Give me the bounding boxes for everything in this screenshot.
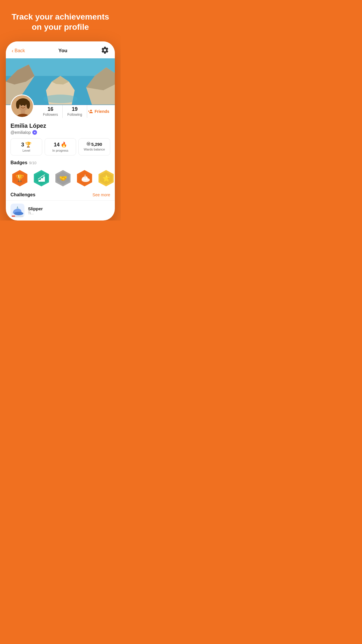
challenge-name: Slipper — [28, 206, 43, 211]
svg-rect-24 — [41, 178, 43, 182]
badge-heart[interactable]: 🤝 — [54, 169, 72, 188]
in-progress-value: 14🔥 — [54, 141, 67, 148]
badges-count: 9/10 — [29, 161, 36, 165]
badge-steps[interactable] — [32, 169, 51, 188]
svg-text:🤝: 🤝 — [59, 174, 67, 182]
svg-rect-39 — [12, 216, 15, 217]
verified-badge: ✦ — [32, 130, 37, 135]
challenge-info: Slipper Ti... — [28, 206, 43, 215]
following-count: 19 — [72, 106, 78, 112]
in-progress-label: In progress — [52, 149, 68, 152]
svg-point-37 — [14, 212, 23, 215]
see-more-button[interactable]: See more — [92, 192, 110, 197]
friends-button[interactable]: Friends — [87, 109, 110, 114]
stats-cards: 3🏆 Level 14🔥 In progress ⓦ5,290 Wards ba… — [6, 138, 115, 160]
challenges-header: Challenges See more — [6, 192, 115, 200]
chevron-left-icon: ‹ — [12, 48, 13, 54]
phone-frame: ‹ Back You — [6, 41, 115, 220]
challenges-section: Challenges See more Slipper Ti... — [6, 192, 115, 220]
badges-header: Badges 9/10 — [6, 160, 115, 169]
level-card: 3🏆 Level — [10, 138, 42, 155]
following-stat[interactable]: 19 Following — [63, 105, 87, 118]
username-row: @emilialop ✦ — [10, 130, 110, 135]
profile-section: 16 Followers 19 Following Friends — [6, 94, 115, 118]
followers-count: 16 — [48, 106, 53, 112]
header-title: Track your achievementson your profile — [12, 12, 109, 32]
following-label: Following — [67, 113, 82, 117]
badge-shoe[interactable] — [75, 169, 94, 188]
add-friend-icon — [88, 109, 93, 114]
user-name: Emilia López — [10, 123, 110, 129]
followers-stat[interactable]: 16 Followers — [38, 105, 63, 118]
challenges-title: Challenges — [10, 192, 35, 197]
svg-rect-14 — [21, 110, 25, 114]
nav-title: You — [58, 48, 67, 54]
in-progress-card: 14🔥 In progress — [45, 138, 76, 155]
badge-trophy[interactable]: 🏆 — [10, 169, 29, 188]
wards-card: ⓦ5,290 Wards balance — [78, 138, 110, 155]
badges-row: 🏆 🤝 — [6, 169, 115, 192]
settings-button[interactable] — [101, 46, 109, 55]
nav-bar: ‹ Back You — [6, 41, 115, 58]
avatar — [10, 94, 34, 118]
svg-text:⭐: ⭐ — [102, 174, 110, 182]
friends-label: Friends — [94, 109, 109, 114]
svg-text:🏆: 🏆 — [15, 174, 24, 182]
svg-rect-23 — [38, 180, 41, 182]
wards-value: ⓦ5,290 — [87, 141, 102, 147]
svg-point-17 — [24, 105, 25, 106]
badges-title: Badges — [10, 160, 27, 165]
level-label: Level — [22, 149, 30, 152]
followers-label: Followers — [43, 113, 58, 117]
gear-icon — [101, 46, 109, 54]
badge-star[interactable]: ⭐ — [97, 169, 115, 188]
back-label: Back — [15, 48, 25, 53]
challenge-item-slipper[interactable]: Slipper Ti... — [6, 200, 115, 220]
profile-top-row: 16 Followers 19 Following Friends — [10, 94, 110, 118]
svg-point-13 — [27, 101, 30, 109]
level-value: 3🏆 — [21, 141, 31, 148]
badges-section: Badges 9/10 🏆 — [6, 160, 115, 192]
stats-row: 16 Followers 19 Following Friends — [38, 105, 110, 118]
wards-label: Wards balance — [84, 148, 105, 151]
name-section: Emilia López @emilialop ✦ — [6, 121, 115, 138]
username: @emilialop — [10, 130, 31, 135]
svg-point-12 — [16, 101, 20, 109]
back-button[interactable]: ‹ Back — [12, 48, 25, 54]
challenge-icon-slipper — [10, 204, 24, 218]
challenge-sub: Ti... — [28, 211, 43, 215]
svg-point-16 — [21, 105, 22, 106]
svg-rect-25 — [43, 176, 45, 182]
